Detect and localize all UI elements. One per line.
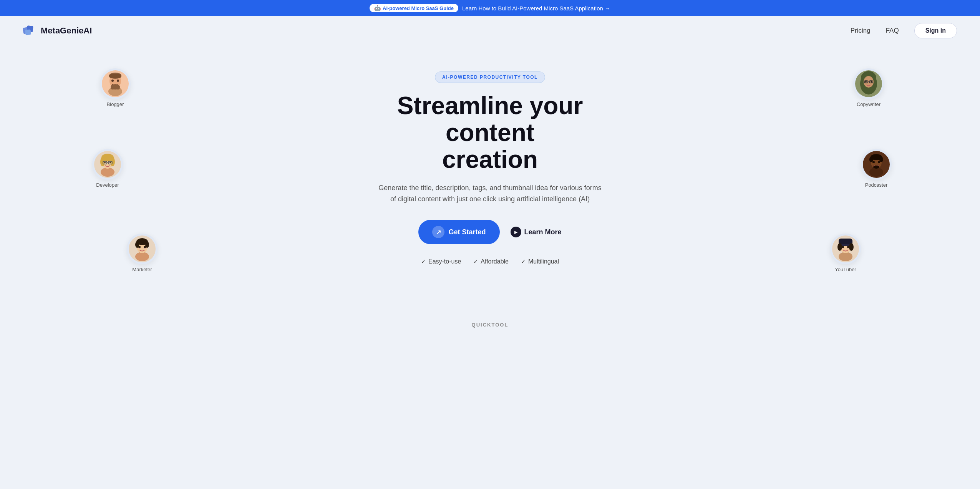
- learn-more-button[interactable]: ▶ Learn More: [511, 227, 562, 237]
- avatar-developer: Developer: [92, 149, 123, 188]
- avatar-marketer: Marketer: [127, 234, 158, 272]
- svg-point-33: [144, 248, 146, 249]
- avatar-youtuber-image: [830, 234, 861, 264]
- feature-affordable: ✓ Affordable: [473, 258, 509, 265]
- svg-point-59: [842, 246, 844, 248]
- hero-section: Blogger Developer: [0, 45, 980, 307]
- svg-point-41: [865, 81, 867, 83]
- svg-point-11: [111, 86, 114, 90]
- banner-badge: 🤖 AI-powered Micro SaaS Guide: [370, 4, 458, 12]
- hero-content: AI-POWERED PRODUCTIVITY TOOL Streamline …: [352, 71, 628, 265]
- logo-link[interactable]: MetaGenieAI: [23, 24, 92, 38]
- hero-title: Streamline your content creation: [352, 92, 628, 173]
- svg-point-49: [872, 161, 875, 163]
- get-started-button[interactable]: ↗ Get Started: [418, 220, 499, 244]
- check-icon-multilingual: ✓: [521, 258, 526, 265]
- features-row: ✓ Easy-to-use ✓ Affordable ✓ Multilingua…: [352, 258, 628, 265]
- top-banner[interactable]: 🤖 AI-powered Micro SaaS Guide Learn How …: [0, 0, 980, 16]
- quicktool-section-label: QUICKTOOL: [0, 314, 980, 335]
- logo-text: MetaGenieAI: [41, 26, 92, 36]
- cta-row: ↗ Get Started ▶ Learn More: [352, 220, 628, 244]
- svg-point-22: [104, 162, 106, 163]
- avatar-developer-image: [92, 149, 123, 180]
- avatar-blogger-image: [100, 68, 131, 99]
- svg-point-42: [871, 81, 872, 83]
- play-icon: ▶: [511, 227, 521, 237]
- avatar-podcaster-image: [861, 149, 892, 180]
- avatar-blogger-label: Blogger: [107, 101, 124, 107]
- svg-point-23: [109, 162, 111, 163]
- feature-affordable-label: Affordable: [481, 258, 509, 265]
- nav-pricing[interactable]: Pricing: [851, 27, 871, 35]
- avatar-marketer-label: Marketer: [132, 267, 152, 272]
- avatar-copywriter-label: Copywriter: [857, 101, 881, 107]
- feature-multilingual: ✓ Multilingual: [521, 258, 559, 265]
- avatar-youtuber: YouTuber: [830, 234, 861, 272]
- feature-multilingual-label: Multilingual: [528, 258, 559, 265]
- check-icon-affordable: ✓: [473, 258, 478, 265]
- svg-point-6: [111, 80, 114, 82]
- feature-easy-label: Easy-to-use: [428, 258, 461, 265]
- arrow-icon: ↗: [432, 226, 444, 238]
- check-icon-easy: ✓: [421, 258, 426, 265]
- svg-rect-2: [25, 29, 31, 35]
- svg-point-32: [139, 248, 140, 249]
- avatar-podcaster: Podcaster: [861, 149, 892, 188]
- banner-badge-text: AI-powered Micro SaaS Guide: [383, 5, 454, 11]
- hero-badge: AI-POWERED PRODUCTIVITY TOOL: [435, 71, 545, 83]
- logo-icon: [23, 24, 37, 38]
- svg-point-58: [849, 243, 854, 251]
- avatar-youtuber-label: YouTuber: [835, 267, 856, 272]
- avatar-blogger: Blogger: [100, 68, 131, 107]
- svg-point-44: [869, 167, 883, 177]
- feature-easy-to-use: ✓ Easy-to-use: [421, 258, 461, 265]
- svg-rect-9: [109, 74, 121, 78]
- svg-point-25: [135, 252, 149, 261]
- svg-point-60: [847, 246, 849, 248]
- nav-faq[interactable]: FAQ: [886, 27, 899, 35]
- sign-in-button[interactable]: Sign in: [914, 23, 957, 38]
- get-started-label: Get Started: [448, 228, 486, 236]
- avatar-copywriter: Copywriter: [853, 68, 884, 107]
- svg-point-50: [878, 161, 880, 163]
- svg-point-47: [869, 157, 873, 162]
- svg-point-57: [837, 243, 842, 251]
- avatar-podcaster-label: Podcaster: [865, 182, 888, 188]
- svg-point-62: [847, 249, 849, 250]
- banner-message: Learn How to Build AI-Powered Micro SaaS…: [462, 5, 610, 12]
- svg-point-53: [839, 252, 852, 261]
- svg-point-7: [117, 80, 119, 82]
- svg-point-30: [138, 246, 141, 248]
- nav-links: Pricing FAQ Sign in: [851, 23, 957, 38]
- navbar: MetaGenieAI Pricing FAQ Sign in: [0, 16, 980, 45]
- avatar-developer-label: Developer: [96, 182, 119, 188]
- avatar-marketer-image: [127, 234, 158, 264]
- avatar-copywriter-image: [853, 68, 884, 99]
- svg-point-31: [144, 246, 146, 248]
- svg-point-14: [101, 167, 114, 177]
- banner-emoji: 🤖: [374, 5, 381, 11]
- svg-point-48: [879, 157, 883, 162]
- learn-more-label: Learn More: [524, 228, 562, 236]
- svg-point-61: [842, 249, 844, 250]
- svg-point-12: [116, 86, 120, 90]
- hero-description: Generate the title, description, tags, a…: [375, 182, 605, 205]
